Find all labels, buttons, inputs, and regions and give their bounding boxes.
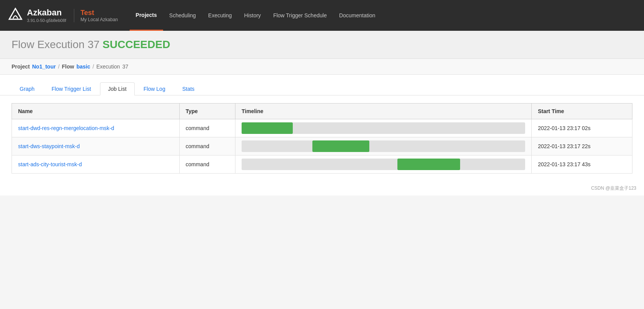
table-header: NameTypeTimelineStart Time [12,104,632,119]
execution-title: Flow Execution 37 SUCCEEDED [12,38,632,51]
tab-graph[interactable]: Graph [12,82,43,95]
project-subtitle: My Local Azkaban [80,17,118,22]
project-label-area: Test My Local Azkaban [74,9,118,22]
logo-title: Azkaban [27,8,66,18]
job-timeline-cell [235,155,532,174]
timeline-track [242,122,525,134]
timeline-bar [397,159,460,170]
breadcrumb-project-label: Project [12,63,30,70]
timeline-bar [312,140,369,152]
tabs-section: GraphFlow Trigger ListJob ListFlow LogSt… [0,75,644,95]
nav-item-projects[interactable]: Projects [130,0,163,31]
job-type-cell: command [179,155,235,174]
nav-item-documentation[interactable]: Documentation [333,0,381,31]
job-name-cell: start-ads-city-tourist-msk-d [12,155,180,174]
job-start-time-cell: 2022-01-13 23:17 22s [532,137,632,155]
footer: CSDN @韭菜盒子123 [0,181,644,195]
breadcrumb-execution-value: 37 [122,63,128,70]
table-section: NameTypeTimelineStart Time start-dwd-res… [0,95,644,181]
tabs: GraphFlow Trigger ListJob ListFlow LogSt… [12,82,632,95]
col-start-time: Start Time [532,104,632,119]
logo-area: Azkaban 3.91.0-50-g5b8eb08f [8,8,66,23]
tab-flow-trigger-list[interactable]: Flow Trigger List [43,82,99,95]
nav-item-executing[interactable]: Executing [202,0,238,31]
title-section: Flow Execution 37 SUCCEEDED [0,31,644,59]
logo-version: 3.91.0-50-g5b8eb08f [27,18,66,23]
tab-stats[interactable]: Stats [174,82,203,95]
job-name-cell: start-dwd-res-regn-mergelocation-msk-d [12,119,180,137]
nav-item-scheduling[interactable]: Scheduling [163,0,202,31]
job-name-link[interactable]: start-ads-city-tourist-msk-d [18,161,82,167]
project-name: Test [80,9,118,17]
table-row: start-ads-city-tourist-msk-dcommand2022-… [12,155,632,174]
job-start-time-cell: 2022-01-13 23:17 02s [532,119,632,137]
logo-text: Azkaban 3.91.0-50-g5b8eb08f [27,8,66,23]
job-name-cell: start-dws-staypoint-msk-d [12,137,180,155]
timeline-bar [242,122,293,134]
execution-title-prefix: Flow Execution 37 [12,38,100,50]
nav-item-flow-trigger-schedule[interactable]: Flow Trigger Schedule [267,0,333,31]
footer-text: CSDN @韭菜盒子123 [591,185,636,191]
table-row: start-dwd-res-regn-mergelocation-msk-dco… [12,119,632,137]
job-start-time-cell: 2022-01-13 23:17 43s [532,155,632,174]
azkaban-logo-icon [8,8,23,23]
nav-item-history[interactable]: History [238,0,267,31]
header: Azkaban 3.91.0-50-g5b8eb08f Test My Loca… [0,0,644,31]
job-list-table: NameTypeTimelineStart Time start-dwd-res… [12,103,632,174]
timeline-track [242,159,525,170]
table-body: start-dwd-res-regn-mergelocation-msk-dco… [12,119,632,174]
job-timeline-cell [235,137,532,155]
job-type-cell: command [179,119,235,137]
tab-flow-log[interactable]: Flow Log [135,82,174,95]
execution-status: SUCCEEDED [103,38,170,50]
col-type: Type [179,104,235,119]
col-timeline: Timeline [235,104,532,119]
svg-marker-0 [9,8,22,19]
job-timeline-cell [235,119,532,137]
breadcrumb: Project No1_tour / Flow basic / Executio… [0,59,644,75]
job-type-cell: command [179,137,235,155]
breadcrumb-project-link[interactable]: No1_tour [32,63,55,70]
breadcrumb-sep-1: / [58,63,60,70]
breadcrumb-flow-label: Flow [62,63,74,70]
main-nav: ProjectsSchedulingExecutingHistoryFlow T… [130,0,636,31]
tab-job-list[interactable]: Job List [100,82,135,95]
breadcrumb-execution-label: Execution [96,63,120,70]
col-name: Name [12,104,180,119]
timeline-track [242,140,525,152]
job-name-link[interactable]: start-dwd-res-regn-mergelocation-msk-d [18,125,114,131]
table-row: start-dws-staypoint-msk-dcommand2022-01-… [12,137,632,155]
breadcrumb-flow-link[interactable]: basic [77,63,90,70]
job-name-link[interactable]: start-dws-staypoint-msk-d [18,143,80,149]
breadcrumb-sep-2: / [93,63,94,70]
table-header-row: NameTypeTimelineStart Time [12,104,632,119]
